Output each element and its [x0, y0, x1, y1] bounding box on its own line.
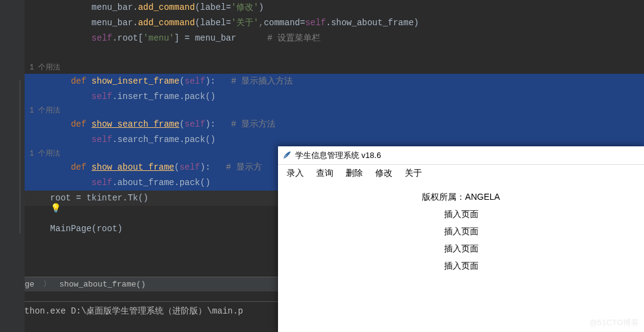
- code-line[interactable]: self.search_frame.pack(): [25, 132, 644, 148]
- usage-hint[interactable]: 1 个用法: [25, 105, 644, 117]
- code-line[interactable]: def show_search_frame(self): # 显示方法: [25, 117, 644, 132]
- chevron-right-icon: 〉: [41, 280, 53, 289]
- tk-app-window[interactable]: 学生信息管理系统 v18.6 录入 查询 删除 修改 关于 版权所属：ANGEL…: [278, 146, 644, 332]
- app-body: 版权所属：ANGELA 插入页面 插入页面 插入页面 插入页面: [278, 182, 644, 274]
- menu-item[interactable]: 删除: [340, 167, 369, 180]
- code-line[interactable]: self.insert_frame.pack(): [25, 89, 644, 105]
- menu-item[interactable]: 录入: [280, 167, 310, 180]
- usage-hint[interactable]: 1 个用法: [25, 61, 644, 74]
- menu-item[interactable]: 关于: [399, 167, 428, 180]
- body-label: 插入页面: [278, 223, 644, 240]
- menu-item[interactable]: 查询: [310, 167, 340, 180]
- code-line[interactable]: self.root['menu'] = menu_bar # 设置菜单栏: [25, 31, 644, 46]
- copyright-label: 版权所属：ANGELA: [278, 188, 644, 205]
- body-label: 插入页面: [278, 240, 644, 257]
- titlebar[interactable]: 学生信息管理系统 v18.6: [278, 146, 644, 165]
- breadcrumb-item[interactable]: show_about_frame(): [57, 280, 147, 289]
- code-line[interactable]: menu_bar.add_command(label='关于',command=…: [25, 15, 644, 31]
- watermark: @51CTO博客: [589, 317, 639, 328]
- window-title: 学生信息管理系统 v18.6: [295, 150, 381, 161]
- fold-guide: [20, 80, 20, 234]
- menubar[interactable]: 录入 查询 删除 修改 关于: [278, 165, 644, 182]
- blank-line[interactable]: [25, 46, 644, 61]
- gutter: [0, 0, 25, 332]
- console-output: s\python.exe D:\桌面版学生管理系统（进阶版）\main.p: [4, 306, 243, 316]
- code-line[interactable]: def show_insert_frame(self): # 显示插入方法: [25, 74, 644, 89]
- body-label: 插入页面: [278, 205, 644, 223]
- intention-bulb-icon[interactable]: 💡: [49, 203, 62, 213]
- menu-item[interactable]: 修改: [369, 167, 399, 180]
- body-label: 插入页面: [278, 257, 644, 274]
- tk-feather-icon: [282, 151, 292, 160]
- code-line[interactable]: menu_bar.add_command(label='修改'): [25, 0, 644, 15]
